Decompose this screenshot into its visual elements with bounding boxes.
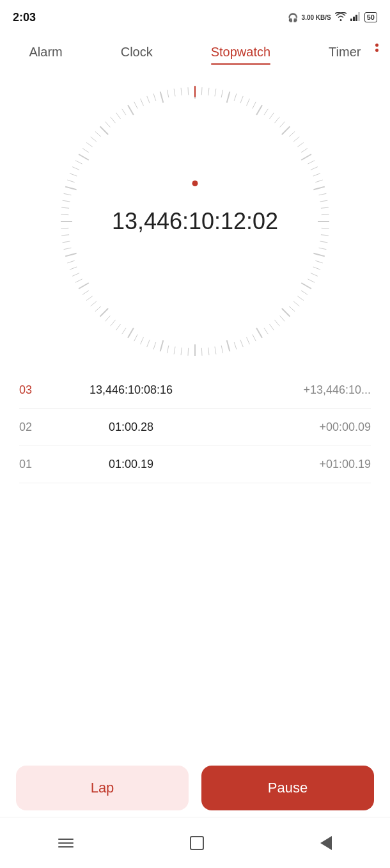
svg-line-20: [289, 131, 295, 136]
svg-line-6: [208, 88, 209, 95]
svg-line-112: [116, 113, 121, 119]
bottom-buttons: Lap Pause: [0, 766, 390, 810]
lap-number-03: 03: [19, 383, 51, 397]
lap-time-03: 13,446:10:08:16: [51, 383, 211, 397]
lap-row: 03 13,446:10:08:16 +13,446:10...: [19, 372, 371, 409]
svg-line-82: [86, 296, 93, 300]
svg-line-85: [75, 279, 82, 282]
svg-line-7: [215, 89, 216, 97]
nav-menu-icon[interactable]: [58, 839, 74, 848]
svg-line-108: [95, 131, 101, 136]
home-icon[interactable]: [190, 836, 204, 850]
back-icon[interactable]: [320, 836, 332, 850]
svg-line-39: [313, 253, 324, 257]
svg-line-70: [153, 342, 156, 349]
svg-line-9: [227, 92, 230, 102]
svg-line-54: [256, 328, 262, 338]
svg-line-52: [269, 324, 274, 330]
svg-line-110: [105, 122, 110, 127]
svg-line-29: [313, 187, 324, 190]
pause-button[interactable]: Pause: [201, 766, 374, 810]
svg-rect-1: [353, 17, 355, 21]
svg-line-104: [79, 154, 89, 160]
svg-line-114: [128, 105, 134, 115]
svg-line-27: [313, 173, 320, 176]
svg-line-51: [275, 320, 280, 326]
lap-button[interactable]: Lap: [16, 766, 189, 810]
svg-line-48: [289, 306, 295, 311]
tab-clock[interactable]: Clock: [121, 45, 153, 65]
menu-line: [58, 839, 74, 840]
tab-navigation: Alarm Clock Stopwatch Timer: [0, 38, 390, 65]
svg-line-79: [100, 309, 109, 317]
svg-rect-2: [355, 15, 357, 21]
tab-stopwatch[interactable]: Stopwatch: [211, 45, 270, 65]
svg-line-49: [282, 309, 290, 317]
clock-container: // ticks generated below via JS 13,446:1…: [58, 84, 332, 359]
svg-line-72: [141, 337, 144, 344]
svg-line-100: [67, 180, 74, 182]
svg-rect-0: [350, 19, 352, 21]
svg-line-30: [319, 193, 327, 195]
svg-line-105: [82, 149, 89, 153]
lap-list: 03 13,446:10:08:16 +13,446:10... 02 01:0…: [0, 372, 390, 483]
svg-line-119: [160, 92, 164, 102]
svg-line-92: [61, 235, 69, 236]
tab-timer[interactable]: Timer: [329, 45, 361, 65]
svg-line-50: [279, 316, 285, 321]
svg-line-10: [234, 93, 237, 100]
svg-line-44: [301, 283, 311, 289]
svg-line-26: [311, 167, 318, 170]
svg-line-63: [201, 348, 202, 356]
lap-number-01: 01: [19, 458, 51, 471]
svg-line-69: [160, 340, 164, 351]
svg-line-98: [64, 193, 72, 195]
lap-delta-02: +00:00.09: [211, 421, 371, 434]
svg-line-68: [167, 346, 168, 353]
svg-line-97: [63, 200, 70, 202]
svg-line-25: [308, 161, 315, 164]
svg-line-36: [321, 235, 329, 236]
more-button[interactable]: [375, 44, 378, 52]
tab-alarm[interactable]: Alarm: [29, 45, 62, 65]
svg-line-107: [91, 137, 97, 142]
svg-line-109: [100, 127, 109, 135]
signal-icon: [350, 12, 361, 23]
lap-number-02: 02: [19, 421, 51, 434]
lap-row: 02 01:00.28 +00:00.09: [19, 409, 371, 446]
svg-line-59: [227, 340, 230, 351]
svg-line-15: [264, 109, 269, 115]
svg-line-55: [253, 334, 256, 341]
svg-line-122: [181, 88, 182, 95]
svg-line-33: [322, 214, 329, 215]
svg-line-14: [256, 105, 262, 115]
svg-line-101: [70, 173, 77, 176]
svg-rect-3: [358, 12, 360, 21]
svg-line-84: [79, 283, 89, 289]
svg-line-57: [240, 340, 243, 347]
status-right: 🎧 3.00 KB/S 50: [288, 12, 377, 23]
more-dot: [375, 44, 378, 47]
svg-line-32: [321, 207, 329, 208]
menu-line: [58, 846, 74, 848]
top-tick-line: [194, 86, 196, 97]
svg-line-123: [188, 87, 189, 95]
svg-line-35: [322, 228, 329, 229]
svg-line-117: [147, 96, 150, 103]
svg-line-13: [253, 102, 256, 109]
svg-line-40: [315, 261, 322, 263]
svg-line-113: [122, 109, 127, 115]
svg-line-41: [313, 267, 320, 269]
speed-indicator: 3.00 KB/S: [302, 14, 331, 21]
svg-line-78: [105, 316, 110, 321]
svg-line-53: [264, 328, 269, 334]
svg-line-62: [208, 348, 209, 355]
svg-line-45: [301, 291, 308, 295]
svg-line-66: [181, 348, 182, 355]
svg-line-22: [297, 143, 304, 147]
svg-line-71: [147, 340, 150, 347]
lap-delta-01: +01:00.19: [211, 458, 371, 471]
status-bar: 2:03 🎧 3.00 KB/S 50: [0, 0, 390, 32]
svg-line-60: [221, 346, 222, 353]
more-dot: [375, 49, 378, 52]
